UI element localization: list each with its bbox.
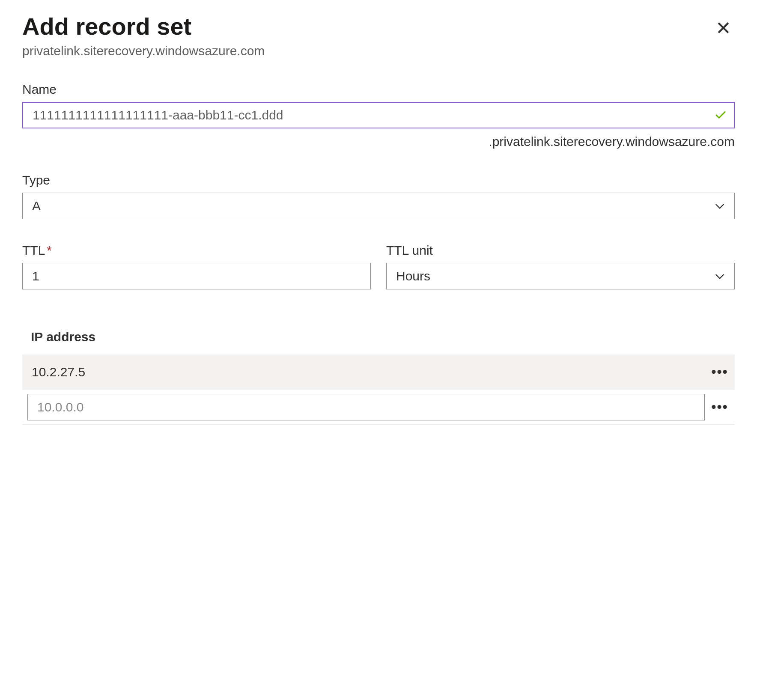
name-label: Name (22, 82, 735, 97)
type-value: A (32, 199, 41, 213)
ip-section-label: IP address (22, 330, 735, 344)
ttl-unit-label: TTL unit (386, 243, 735, 258)
required-asterisk: * (47, 243, 52, 257)
more-icon[interactable]: ••• (705, 399, 735, 415)
name-input[interactable] (22, 102, 735, 128)
type-select[interactable]: A (22, 193, 735, 219)
ip-existing-value: 10.2.27.5 (22, 365, 705, 379)
ip-input[interactable] (27, 394, 705, 420)
more-icon[interactable]: ••• (705, 364, 735, 380)
type-label: Type (22, 173, 735, 188)
checkmark-icon (714, 109, 727, 122)
close-icon[interactable]: ✕ (712, 15, 735, 41)
ip-row: 10.2.27.5 ••• (22, 354, 735, 390)
ttl-unit-select[interactable]: Hours (386, 263, 735, 289)
page-subtitle: privatelink.siterecovery.windowsazure.co… (22, 44, 735, 58)
ttl-unit-value: Hours (396, 269, 430, 283)
ttl-input[interactable] (22, 263, 371, 289)
page-title: Add record set (22, 12, 191, 41)
chevron-down-icon (713, 199, 727, 213)
ip-row: ••• (22, 390, 735, 425)
name-suffix: .privatelink.siterecovery.windowsazure.c… (22, 134, 735, 149)
ttl-label: TTL* (22, 243, 371, 258)
chevron-down-icon (713, 269, 727, 283)
